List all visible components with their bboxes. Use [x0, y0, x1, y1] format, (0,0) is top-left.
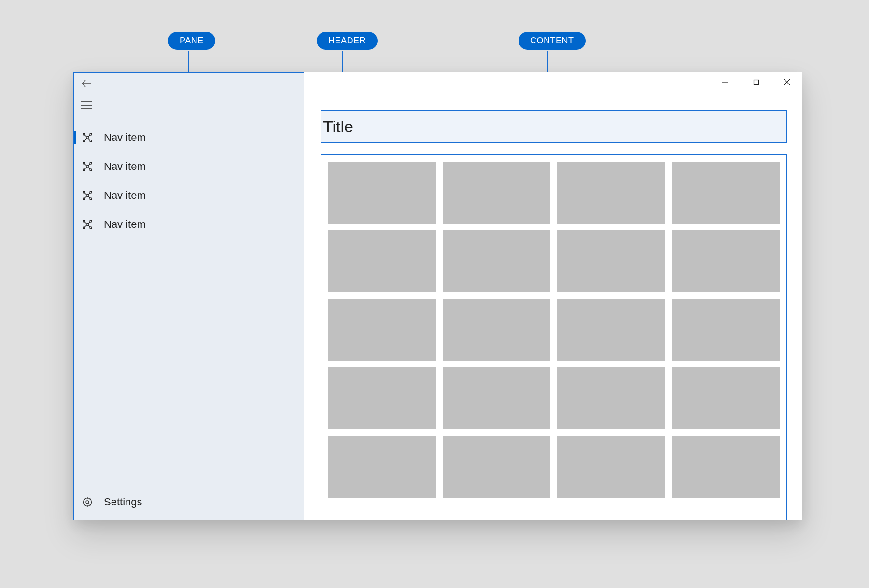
app-window: Nav item Nav item — [73, 72, 802, 520]
content-tile[interactable] — [443, 367, 551, 429]
svg-line-9 — [85, 135, 87, 137]
page-title: Title — [323, 117, 353, 136]
content-tile[interactable] — [557, 367, 665, 429]
content-tile[interactable] — [557, 299, 665, 361]
content-tile[interactable] — [557, 436, 665, 498]
content-tile[interactable] — [557, 230, 665, 292]
svg-point-34 — [83, 227, 85, 229]
svg-line-12 — [88, 139, 90, 140]
content-tile[interactable] — [443, 299, 551, 361]
svg-line-36 — [85, 222, 87, 224]
svg-point-33 — [90, 220, 92, 222]
svg-point-8 — [90, 140, 92, 142]
content-area — [321, 154, 787, 520]
svg-point-32 — [83, 220, 85, 222]
svg-line-10 — [88, 135, 90, 137]
content-tile[interactable] — [328, 367, 436, 429]
svg-rect-43 — [754, 80, 758, 84]
annotation-content-pill: CONTENT — [519, 32, 586, 50]
content-tile[interactable] — [672, 367, 780, 429]
navigation-pane: Nav item Nav item — [73, 72, 304, 520]
svg-line-37 — [88, 222, 90, 224]
main-area: Title — [304, 72, 802, 520]
svg-line-39 — [88, 225, 90, 227]
svg-point-22 — [86, 195, 88, 196]
svg-line-28 — [88, 193, 90, 195]
svg-point-26 — [90, 198, 92, 200]
content-tile[interactable] — [328, 162, 436, 224]
svg-line-30 — [88, 196, 90, 198]
content-tile[interactable] — [443, 162, 551, 224]
svg-point-6 — [90, 133, 92, 135]
content-tile[interactable] — [328, 230, 436, 292]
placeholder-icon — [82, 190, 93, 201]
placeholder-icon — [82, 161, 93, 172]
svg-point-15 — [90, 162, 92, 164]
svg-point-23 — [83, 191, 85, 193]
nav-item-3[interactable]: Nav item — [74, 210, 304, 239]
content-tile[interactable] — [672, 436, 780, 498]
svg-point-17 — [90, 169, 92, 171]
pane-titlebar — [74, 73, 304, 94]
content-tile[interactable] — [328, 299, 436, 361]
page-header: Title — [321, 110, 787, 143]
minimize-button[interactable] — [710, 72, 741, 92]
nav-item-label: Nav item — [104, 160, 146, 173]
annotation-pane-pill: PANE — [168, 32, 215, 50]
annotation-pane-leader — [188, 51, 189, 72]
svg-point-35 — [90, 227, 92, 229]
svg-point-7 — [83, 140, 85, 142]
svg-line-20 — [85, 168, 87, 169]
content-tile[interactable] — [557, 162, 665, 224]
svg-point-40 — [86, 501, 89, 504]
svg-line-29 — [85, 196, 87, 198]
settings-item[interactable]: Settings — [74, 496, 304, 520]
svg-line-18 — [85, 164, 87, 166]
nav-item-0[interactable]: Nav item — [74, 123, 304, 152]
content-tile[interactable] — [672, 230, 780, 292]
maximize-button[interactable] — [741, 72, 771, 92]
svg-point-16 — [83, 169, 85, 171]
svg-line-21 — [88, 168, 90, 169]
content-grid — [328, 162, 780, 498]
settings-label: Settings — [104, 496, 142, 508]
svg-point-5 — [83, 133, 85, 135]
svg-point-41 — [84, 498, 92, 506]
svg-line-19 — [88, 164, 90, 166]
content-tile[interactable] — [672, 162, 780, 224]
svg-point-25 — [83, 198, 85, 200]
window-caption-buttons — [710, 72, 802, 92]
svg-point-24 — [90, 191, 92, 193]
hamburger-icon[interactable] — [81, 101, 92, 110]
nav-item-label: Nav item — [104, 131, 146, 144]
content-tile[interactable] — [672, 299, 780, 361]
gear-icon — [82, 496, 93, 508]
svg-line-11 — [85, 139, 87, 140]
nav-item-label: Nav item — [104, 189, 146, 202]
close-button[interactable] — [771, 72, 802, 92]
nav-list: Nav item Nav item — [74, 116, 304, 239]
back-icon[interactable] — [81, 78, 92, 89]
hamburger-row — [74, 94, 304, 116]
nav-item-2[interactable]: Nav item — [74, 181, 304, 210]
svg-point-14 — [83, 162, 85, 164]
svg-line-27 — [85, 193, 87, 195]
nav-item-label: Nav item — [104, 218, 146, 231]
nav-item-1[interactable]: Nav item — [74, 152, 304, 181]
svg-line-38 — [85, 225, 87, 227]
placeholder-icon — [82, 132, 93, 143]
svg-point-4 — [86, 137, 88, 139]
svg-point-13 — [86, 166, 88, 168]
content-tile[interactable] — [328, 436, 436, 498]
placeholder-icon — [82, 219, 93, 230]
svg-point-31 — [86, 224, 88, 225]
annotation-header-pill: HEADER — [317, 32, 378, 50]
content-tile[interactable] — [443, 230, 551, 292]
content-tile[interactable] — [443, 436, 551, 498]
